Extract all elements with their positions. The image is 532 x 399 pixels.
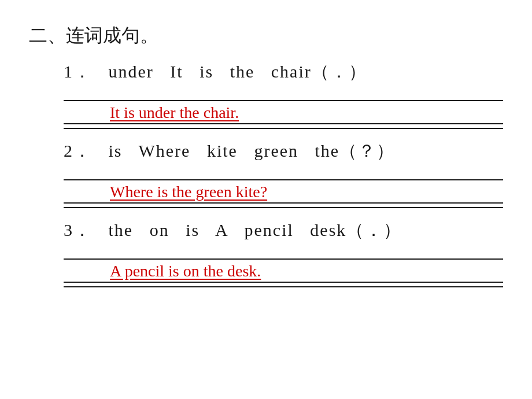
exercise-item-2: 2． is Where kite green the（？） Where is t…: [64, 139, 503, 208]
number-3: 3．: [64, 220, 92, 239]
blank-line-3a: [64, 248, 503, 260]
question-row-3: 3． the on is A pencil desk（．）: [64, 219, 503, 242]
exercise-item-3: 3． the on is A pencil desk（．） A pencil i…: [64, 219, 503, 287]
bottom-line-1: [64, 127, 503, 129]
answer-section-1: It is under the chair.: [64, 90, 503, 129]
answer-text-3: A pencil is on the desk.: [64, 262, 261, 280]
answer-text-1: It is under the chair.: [64, 104, 239, 122]
number-2: 2．: [64, 141, 92, 160]
question-text-1: 1． under It is the chair（．）: [64, 60, 503, 84]
number-1: 1．: [64, 62, 92, 81]
words-1: under It is the chair（．）: [98, 62, 367, 81]
blank-line-2a: [64, 169, 503, 180]
answer-line-2: Where is the green kite?: [64, 182, 503, 204]
section-title: 二、连词成句。: [29, 23, 503, 49]
question-text-2: 2． is Where kite green the（？）: [64, 139, 503, 163]
exercise-item-1: 1． under It is the chair（．） It is under …: [64, 60, 503, 129]
question-text-3: 3． the on is A pencil desk（．）: [64, 219, 503, 242]
answer-text-2: Where is the green kite?: [64, 183, 267, 201]
answer-line-1: It is under the chair.: [64, 102, 503, 124]
bottom-line-3: [64, 285, 503, 287]
bottom-line-2: [64, 206, 503, 208]
words-2: is Where kite green the（？）: [98, 141, 396, 160]
words-3: the on is A pencil desk（．）: [98, 220, 402, 239]
page: 二、连词成句。 1． under It is the chair（．） It i…: [0, 0, 532, 399]
exercise-container: 1． under It is the chair（．） It is under …: [29, 60, 503, 287]
blank-line-1a: [64, 90, 503, 101]
question-row-2: 2． is Where kite green the（？）: [64, 139, 503, 163]
question-row-1: 1． under It is the chair（．）: [64, 60, 503, 84]
answer-section-3: A pencil is on the desk.: [64, 248, 503, 287]
answer-section-2: Where is the green kite?: [64, 169, 503, 208]
answer-line-3: A pencil is on the desk.: [64, 261, 503, 283]
